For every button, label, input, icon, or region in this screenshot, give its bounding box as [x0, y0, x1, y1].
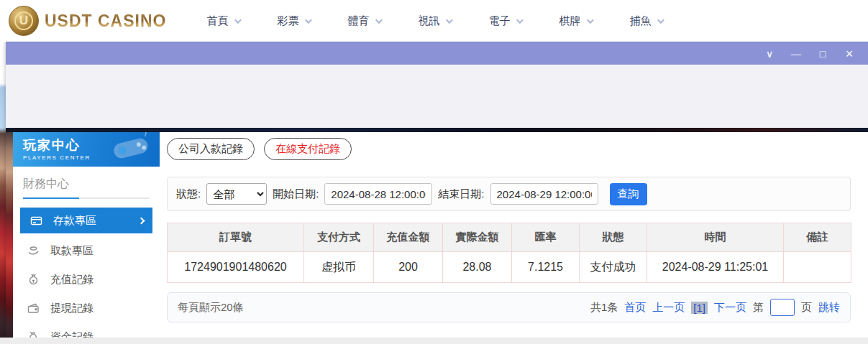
site-logo[interactable]: U USDT CASINO: [9, 6, 166, 36]
deposit-card-icon: [30, 215, 42, 227]
cell-exchange-rate: 7.1215: [512, 252, 580, 283]
query-button[interactable]: 查詢: [610, 183, 647, 205]
nav-label: 視訊: [418, 14, 439, 28]
window-content: 玩家中心 PLAYERS CENTER 財務中心 存款專區: [6, 132, 868, 338]
sidebar-item-label: 資金記錄: [50, 330, 93, 338]
cell-recharge-amount: 200: [374, 252, 443, 283]
top-navigation-bar: U USDT CASINO 首頁 彩票 體育 視訊 電子 棋牌 捕魚: [0, 0, 868, 42]
sidebar-item-withdraw-zone[interactable]: 取款專區: [13, 236, 160, 265]
recharge-moneybag-icon: [27, 274, 40, 286]
chevron-down-icon: [234, 17, 242, 24]
nav-label: 棋牌: [559, 14, 580, 28]
filter-bar: 狀態: 全部 開始日期: 結束日期: 查詢: [167, 177, 851, 211]
chevron-down-icon: [446, 17, 453, 24]
chevron-down-icon: [305, 17, 312, 24]
logo-coin-icon: U: [9, 6, 39, 36]
sidebar: 玩家中心 PLAYERS CENTER 財務中心 存款專區: [13, 132, 160, 338]
nav-item-home[interactable]: 首頁: [206, 14, 239, 28]
col-status: 狀態: [580, 223, 647, 252]
background-photo-strip: [6, 132, 13, 338]
main-panel: 公司入款記錄 在線支付記錄 狀態: 全部 開始日期: 結束日期: 查詢: [160, 132, 868, 338]
window-dropdown-icon[interactable]: ∨: [764, 48, 775, 60]
page-size-text: 每頁顯示20條: [178, 301, 244, 315]
jump-prefix-label: 第: [753, 301, 764, 315]
prev-page-link[interactable]: 上一页: [652, 301, 685, 315]
col-pay-method: 支付方式: [304, 223, 374, 252]
cell-pay-method: 虚拟币: [304, 252, 374, 283]
nav-label: 體育: [347, 14, 369, 28]
nav-item-fishing[interactable]: 捕魚: [629, 14, 662, 28]
nav-item-slots[interactable]: 電子: [488, 14, 521, 28]
cell-actual-amount: 28.08: [443, 252, 512, 283]
nav-item-cards[interactable]: 棋牌: [559, 14, 592, 28]
nav-item-live[interactable]: 視訊: [418, 14, 451, 28]
start-date-input[interactable]: [324, 183, 432, 205]
nav-label: 彩票: [277, 14, 298, 28]
chevron-down-icon: [516, 17, 524, 24]
player-center-window: ∨ — □ × 玩家中心 PLAYERS CENTER 財務中心: [6, 42, 868, 338]
table-row: 1724901901480620 虚拟币 200 28.08 7.1215 支付…: [168, 252, 851, 283]
withdrawal-wallet-icon: [27, 302, 40, 315]
sidebar-item-label: 存款專區: [53, 214, 96, 228]
start-date-label: 開始日期:: [273, 187, 319, 201]
col-order-no: 訂單號: [168, 223, 304, 252]
window-close-icon[interactable]: ×: [844, 48, 855, 60]
col-remark: 備註: [784, 223, 851, 252]
first-page-link[interactable]: 首页: [624, 301, 646, 315]
section-underline: [23, 197, 150, 199]
sidebar-item-recharge-records[interactable]: 充值記錄: [13, 265, 160, 294]
total-count-text: 共1条: [590, 301, 618, 315]
sidebar-item-label: 取款專區: [50, 244, 93, 258]
tab-online-payment-records[interactable]: 在線支付記錄: [264, 138, 352, 160]
players-center-header: 玩家中心 PLAYERS CENTER: [13, 132, 160, 167]
window-maximize-icon[interactable]: □: [817, 48, 828, 60]
sidebar-menu: 存款專區 取款專區 充值記錄: [13, 208, 160, 338]
cell-remark: [784, 252, 851, 283]
cell-order-no: 1724901901480620: [168, 252, 304, 283]
logo-letter: U: [14, 11, 33, 30]
jump-suffix-label: 页: [801, 301, 812, 315]
nav-label: 捕魚: [629, 14, 651, 28]
chevron-down-icon: [587, 17, 594, 24]
jump-page-input[interactable]: [770, 299, 795, 316]
sidebar-item-label: 提現記錄: [50, 302, 93, 315]
col-exchange-rate: 匯率: [512, 223, 580, 252]
cell-status: 支付成功: [580, 252, 647, 283]
nav-label: 首頁: [206, 14, 228, 28]
pagination-bar: 每頁顯示20條 共1条 首页 上一页 [1] 下一页 第 页 跳转: [167, 292, 851, 322]
pagination-controls: 共1条 首页 上一页 [1] 下一页 第 页 跳转: [590, 299, 840, 316]
col-time: 時間: [647, 223, 784, 252]
status-select[interactable]: 全部: [206, 183, 267, 205]
col-recharge-amount: 充值金額: [374, 223, 443, 252]
nav-label: 電子: [488, 14, 510, 28]
col-actual-amount: 實際金額: [443, 223, 512, 252]
logo-text: USDT CASINO: [45, 11, 166, 31]
jump-action-link[interactable]: 跳转: [818, 301, 840, 315]
finance-center-section-title: 財務中心: [23, 177, 150, 192]
sidebar-item-funds-records[interactable]: 資金記錄: [13, 322, 160, 338]
window-minimize-icon[interactable]: —: [790, 48, 802, 60]
chevron-down-icon: [375, 17, 383, 24]
next-page-link[interactable]: 下一页: [714, 301, 746, 315]
sidebar-item-withdrawal-records[interactable]: 提現記錄: [13, 294, 160, 322]
nav-item-sports[interactable]: 體育: [347, 14, 380, 28]
page-background-strip: [0, 42, 6, 338]
chevron-down-icon: [657, 17, 664, 24]
table-header-row: 訂單號 支付方式 充值金額 實際金額 匯率 狀態 時間 備註: [168, 223, 851, 252]
end-date-label: 結束日期:: [438, 187, 484, 201]
records-table: 訂單號 支付方式 充值金額 實際金額 匯率 狀態 時間 備註 172490190…: [167, 223, 851, 283]
tab-company-deposit-records[interactable]: 公司入款記錄: [167, 138, 255, 160]
sidebar-item-deposit-zone[interactable]: 存款專區: [20, 208, 152, 233]
main-menu: 首頁 彩票 體育 視訊 電子 棋牌 捕魚: [206, 14, 662, 28]
withdraw-hand-icon: [27, 245, 40, 257]
window-blank-area: [6, 65, 868, 128]
page-bottom-strip: [0, 338, 868, 344]
nav-item-lottery[interactable]: 彩票: [277, 14, 310, 28]
status-label: 狀態:: [176, 187, 201, 201]
cell-time: 2024-08-29 11:25:01: [647, 252, 784, 283]
end-date-input[interactable]: [490, 183, 598, 205]
chevron-right-icon: [138, 217, 145, 224]
sidebar-item-label: 充值記錄: [50, 273, 93, 287]
funds-bag-coin-icon: [27, 331, 40, 338]
window-titlebar[interactable]: ∨ — □ ×: [6, 42, 868, 65]
